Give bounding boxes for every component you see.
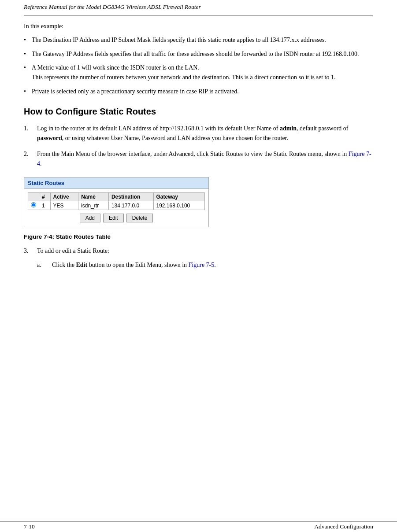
list-item: • The Gateway IP Address fields specifie… — [24, 49, 373, 59]
bullet-text-2: The Gateway IP Address fields specifies … — [32, 49, 373, 59]
screenshot-title-bar: Static Routes — [24, 177, 208, 189]
section-heading: How to Configure Static Routes — [24, 107, 373, 117]
bold-edit: Edit — [76, 262, 87, 268]
bullet-symbol: • — [24, 35, 32, 45]
delete-button[interactable]: Delete — [126, 214, 153, 222]
figure-container: Static Routes # Active Name Destination … — [24, 177, 373, 227]
header-rule — [24, 15, 373, 15]
col-destination: Destination — [108, 193, 153, 201]
bullet-symbol: • — [24, 63, 32, 82]
screenshot-body: # Active Name Destination Gateway — [24, 189, 208, 227]
col-gateway: Gateway — [153, 193, 204, 201]
step-3-label: To add or edit a Static Route: — [37, 248, 109, 254]
bullet-text-3: A Metric value of 1 will work since the … — [32, 63, 373, 82]
figure-caption: Figure 7-4: Static Routes Table — [24, 233, 373, 240]
list-item: • The Destination IP Address and IP Subn… — [24, 35, 373, 45]
static-routes-table: # Active Name Destination Gateway — [28, 192, 205, 210]
figure-7-4-link[interactable]: Figure 7-4 — [37, 151, 371, 167]
list-item: • Private is selected only as a precauti… — [24, 87, 373, 96]
bold-password: password — [37, 135, 62, 141]
bold-admin: admin — [280, 125, 297, 132]
col-num: # — [39, 193, 51, 201]
footer-page-number: 7-10 — [24, 523, 35, 530]
numbered-list: 1. Log in to the router at its default L… — [24, 124, 373, 168]
step-2-text: From the Main Menu of the browser interf… — [37, 149, 373, 168]
step-2-num: 2. — [24, 149, 37, 168]
row-active: YES — [50, 201, 78, 210]
footer: 7-10 Advanced Configuration — [0, 521, 397, 532]
step-3-text: To add or edit a Static Route: a. Click … — [37, 246, 373, 270]
col-radio — [28, 193, 39, 201]
table-header-row: # Active Name Destination Gateway — [28, 193, 205, 201]
step-3: 3. To add or edit a Static Route: a. Cli… — [24, 246, 373, 270]
step-3a-text: Click the Edit button to open the Edit M… — [52, 260, 373, 270]
step-1-num: 1. — [24, 124, 37, 143]
row-destination: 134.177.0.0 — [108, 201, 153, 210]
bullet-symbol: • — [24, 49, 32, 59]
content-area: In this example: • The Destination IP Ad… — [24, 22, 373, 270]
step-3-num: 3. — [24, 246, 37, 270]
figure-7-5-link[interactable]: Figure 7-5 — [189, 262, 215, 268]
page-wrapper: Reference Manual for the Model DG834G Wi… — [0, 0, 397, 294]
add-button[interactable]: Add — [80, 214, 100, 222]
col-active: Active — [50, 193, 78, 201]
step-2: 2. From the Main Menu of the browser int… — [24, 149, 373, 168]
screenshot-box: Static Routes # Active Name Destination … — [24, 177, 209, 227]
step-3-list: 3. To add or edit a Static Route: a. Cli… — [24, 246, 373, 270]
bullet-list: • The Destination IP Address and IP Subn… — [24, 35, 373, 96]
step-3a: a. Click the Edit button to open the Edi… — [37, 260, 373, 270]
footer-section-title: Advanced Configuration — [314, 523, 373, 530]
row-name: isdn_rtr — [78, 201, 109, 210]
table-row: 1 YES isdn_rtr 134.177.0.0 192.168.0.100 — [28, 201, 205, 210]
bullet-text-1: The Destination IP Address and IP Subnet… — [32, 35, 373, 45]
step-1-text: Log in to the router at its default LAN … — [37, 124, 373, 143]
sub-list: a. Click the Edit button to open the Edi… — [37, 260, 373, 270]
row-num: 1 — [39, 201, 51, 210]
edit-button[interactable]: Edit — [103, 214, 124, 222]
bullet-text-4: Private is selected only as a precaution… — [32, 87, 373, 96]
header-title: Reference Manual for the Model DG834G Wi… — [24, 4, 373, 11]
screenshot-buttons: Add Edit Delete — [28, 214, 205, 222]
row-gateway: 192.168.0.100 — [153, 201, 204, 210]
col-name: Name — [78, 193, 109, 201]
bullet-symbol: • — [24, 87, 32, 96]
step-1: 1. Log in to the router at its default L… — [24, 124, 373, 143]
row-radio-cell — [28, 201, 39, 210]
row-radio-input[interactable] — [31, 202, 36, 207]
list-item: • A Metric value of 1 will work since th… — [24, 63, 373, 82]
step-3a-letter: a. — [37, 260, 52, 270]
intro-text: In this example: — [24, 22, 373, 31]
